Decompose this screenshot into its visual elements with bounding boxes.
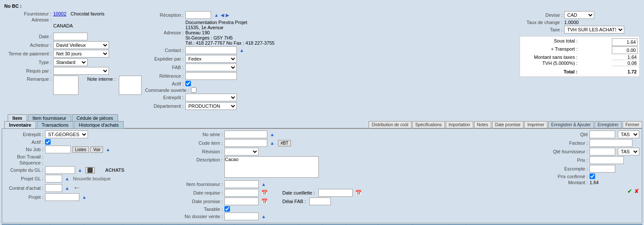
description-input[interactable]: Cacao xyxy=(224,156,319,178)
qte-input[interactable]: 2.00 xyxy=(590,131,615,138)
middle-content: Entrepôt : ST-GEORGES Actif : No Job : L… xyxy=(2,128,642,223)
projet-gl-row: Projet GL : 1 ▲ Nouvelle boutique xyxy=(5,175,176,182)
no-dossier-icon[interactable]: ▲ xyxy=(261,214,266,219)
actif-checkbox[interactable] xyxy=(185,81,191,86)
prix-confirme-checkbox[interactable] xyxy=(590,173,595,179)
bt-btn[interactable]: #BT xyxy=(278,140,291,146)
remarque-input[interactable] xyxy=(53,76,79,95)
note-input[interactable] xyxy=(119,76,142,95)
commande-label: Commande ouverte : xyxy=(145,88,189,93)
no-serie-icon[interactable]: ▲ xyxy=(270,132,275,137)
item-fournisseur-input[interactable]: ckl xyxy=(224,180,259,188)
listes-btn[interactable]: Listes xyxy=(73,146,89,153)
facteur-input[interactable]: 1.0000000001 xyxy=(590,139,632,147)
date-cueillette-input[interactable] xyxy=(318,189,353,197)
contrat-achat-icon[interactable]: ▲ xyxy=(65,185,70,191)
reference-input[interactable] xyxy=(185,72,237,80)
commande-checkbox[interactable] xyxy=(191,87,197,93)
no-job-icon[interactable]: ▲ xyxy=(106,147,110,152)
terme-select[interactable]: Net 30 jours xyxy=(53,50,109,58)
taxe-select[interactable]: TVH SUR LES ACHATS xyxy=(564,26,624,33)
contact-row: Contact : ▲ xyxy=(145,46,516,54)
green-check-icon[interactable]: ✔ xyxy=(627,188,632,195)
fab-select[interactable] xyxy=(185,64,237,71)
prix-input[interactable]: 1.0000 xyxy=(590,156,624,164)
date-requise-cal-icon[interactable]: 📅 xyxy=(261,190,268,196)
red-x-icon[interactable]: ✘ xyxy=(634,188,639,195)
col-center: Réception : 0 ▲ ◀ ▶ Adresse : Documentat… xyxy=(145,11,516,111)
voir-btn[interactable]: Voir xyxy=(91,146,103,153)
no-job-row: No Job : Listes Voir ▲ xyxy=(5,146,176,153)
projet-gl-input[interactable]: 1 xyxy=(45,175,62,182)
contrat-achat-row: Contrat d'achat : 2 ▲ ← xyxy=(5,183,176,192)
tab-cedule[interactable]: Cédule de pièces xyxy=(72,114,118,122)
fermer-btn[interactable]: Fermer xyxy=(623,121,642,128)
contact-icon[interactable]: ▲ xyxy=(239,48,244,53)
entrepot-center-row: Entrepôt : xyxy=(145,94,516,101)
enregistrer-ajouter-btn[interactable]: Enregistrer & Ajouter xyxy=(548,121,594,128)
projet-gl-icon[interactable]: ▲ xyxy=(65,176,70,181)
imprimer-btn[interactable]: Imprimer xyxy=(524,121,547,128)
code-item-icon[interactable]: ▲ xyxy=(270,140,275,146)
acheteur-select[interactable]: David Veilleux xyxy=(53,41,109,49)
importation-btn[interactable]: Importation xyxy=(446,121,473,128)
no-job-input[interactable] xyxy=(45,146,71,153)
expedier-select[interactable]: Fedex xyxy=(185,55,237,63)
transport-row: + Transport : xyxy=(522,46,638,54)
date-requise-input[interactable]: 10/05/2023 xyxy=(224,189,259,197)
taxable-checkbox[interactable] xyxy=(224,206,230,212)
no-dossier-input[interactable] xyxy=(224,213,259,220)
requis-select[interactable] xyxy=(53,67,109,75)
projet-input[interactable] xyxy=(45,193,79,201)
tvh-value: 0.08 xyxy=(612,61,638,66)
compte-gl-icon[interactable]: ▲ xyxy=(78,167,82,173)
tab-historique[interactable]: Historique d'achats xyxy=(74,121,124,128)
sans-taxes-value: 1.64 xyxy=(612,55,638,60)
entrepot-center-label: Entrepôt : xyxy=(145,95,184,100)
reception-icon1[interactable]: ▲ xyxy=(214,12,219,18)
type-select[interactable]: Standard xyxy=(53,58,88,66)
delai-fab-input[interactable]: 0 xyxy=(309,198,331,205)
fournisseur-value: 10002 xyxy=(53,11,67,16)
actif-mid-checkbox[interactable] xyxy=(45,139,51,145)
revision-select[interactable] xyxy=(224,148,259,155)
reception-input[interactable]: 0 xyxy=(185,11,211,19)
compte-gl-input[interactable]: 5000 xyxy=(45,166,75,174)
qte-fournisseur-input[interactable]: 2.0000 xyxy=(590,148,615,155)
reception-icon3[interactable]: ▶ xyxy=(226,12,229,18)
tab-item-fournisseur[interactable]: Item fournisseur xyxy=(28,114,71,122)
date-promise-mid-input[interactable]: 10/05/2023 xyxy=(224,198,259,205)
sous-total-input[interactable] xyxy=(612,38,638,46)
reception-icon2[interactable]: ◀ xyxy=(221,12,224,18)
devise-select[interactable]: CAD xyxy=(564,11,594,19)
tab-inventaire[interactable]: Inventaire xyxy=(4,121,36,128)
departement-select[interactable]: PRODUCTION xyxy=(185,102,237,110)
entrepot-center-select[interactable] xyxy=(185,94,237,101)
escompte-input[interactable]: 18.12 xyxy=(590,165,615,173)
entrepot-mid-select[interactable]: ST-GEORGES xyxy=(45,131,88,138)
qte-tas-select[interactable]: TAS xyxy=(618,131,639,138)
transport-input[interactable] xyxy=(612,46,638,54)
date-promise-cal-icon[interactable]: 📅 xyxy=(261,198,268,204)
distribution-btn[interactable]: Distribution de coût xyxy=(369,121,411,128)
code-item-input[interactable]: CACAO xyxy=(224,139,267,147)
projet-gl-label: Projet GL : xyxy=(5,176,43,181)
tab-item[interactable]: Item xyxy=(8,114,27,122)
compte-gl-btn[interactable]: ⬛ xyxy=(85,167,95,173)
item-fournisseur-icon[interactable]: ▲ xyxy=(261,182,266,187)
enregistrer-btn[interactable]: Enregistrer xyxy=(595,121,622,128)
projet-icon[interactable]: ▲ xyxy=(82,195,87,200)
qte-fournisseur-tas-select[interactable]: TAS xyxy=(618,148,639,155)
notes-btn[interactable]: Notes xyxy=(474,121,491,128)
date-promise-btn[interactable]: Date promise xyxy=(492,121,523,128)
date-cueillette-cal-icon[interactable]: 📅 xyxy=(355,190,362,196)
contrat-achat-input[interactable]: 2 xyxy=(45,184,62,192)
top-three-col: Fournisseur : 10002 Chocolat favoris Adr… xyxy=(4,11,640,111)
prix-confirme-row: Prix confirmé : xyxy=(545,173,639,179)
tab-transactions[interactable]: Transactions xyxy=(37,121,73,128)
date-input[interactable]: 10/05/2023 xyxy=(53,33,88,40)
contact-input[interactable] xyxy=(185,46,237,54)
specifications-btn[interactable]: Spécifications xyxy=(412,121,445,128)
tabs-row2: Inventaire Transactions Historique d'ach… xyxy=(2,121,642,128)
no-serie-input[interactable] xyxy=(224,131,267,138)
